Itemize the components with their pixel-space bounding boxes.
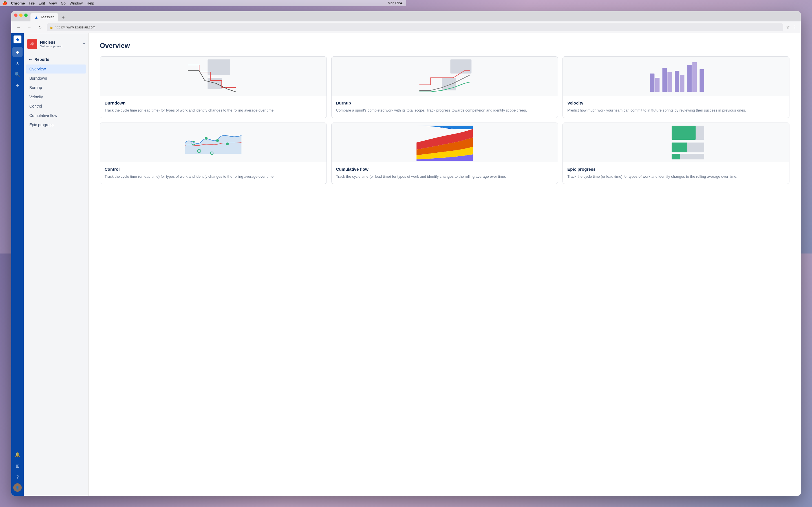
sidebar-item-cumulative-flow[interactable]: Cumulative flow	[26, 111, 86, 120]
menubar-edit[interactable]: Edit	[39, 1, 45, 5]
svg-rect-1	[207, 78, 221, 89]
search-icon[interactable]: 🔍	[12, 69, 22, 79]
browser-window: ▲ Atlassian + ← → ↻ 🔒 https:// www.atlas…	[11, 11, 406, 253]
menubar-window[interactable]: Window	[70, 1, 83, 5]
control-title: Control	[105, 167, 322, 172]
control-desc: Track the cycle time (or lead time) for …	[105, 174, 322, 179]
nav-rail: ◆ ◆ ★ 🔍 + 🔔 ⊞ ? 👤	[11, 33, 24, 253]
burndown-chart	[100, 57, 326, 96]
apple-menu[interactable]: 🍎	[2, 1, 7, 5]
burnup-desc: Compare a sprint's completed work with i…	[336, 108, 406, 113]
tab-bar: ▲ Atlassian +	[11, 11, 406, 21]
burnup-title: Burnup	[336, 101, 406, 105]
sidebar-back-label: Reports	[35, 57, 49, 62]
app-layout: ◆ ◆ ★ 🔍 + 🔔 ⊞ ? 👤 ⚛ Nucleus Software pro…	[11, 33, 406, 253]
sidebar-nav: ← Reports Overview Burndown Burnup Veloc…	[24, 55, 88, 129]
starred-icon[interactable]: ★	[12, 58, 22, 68]
burnup-card-body: Burnup Compare a sprint's completed work…	[332, 96, 406, 118]
close-button[interactable]	[14, 13, 17, 17]
project-chevron-icon[interactable]: ▾	[83, 42, 85, 46]
burnup-chart	[332, 57, 406, 96]
cumulative-flow-card[interactable]: Cumulative flow Track the cycle time (or…	[331, 122, 406, 184]
lock-icon: 🔒	[50, 25, 53, 29]
burndown-card-body: Burndown Track the cycle time (or lead t…	[100, 96, 326, 118]
project-icon: ⚛	[27, 39, 37, 49]
control-card-body: Control Track the cycle time (or lead ti…	[100, 162, 326, 184]
project-header: ⚛ Nucleus Software project ▾	[24, 37, 88, 51]
forward-nav-button[interactable]: →	[26, 23, 33, 31]
menubar-view[interactable]: View	[49, 1, 57, 5]
home-icon[interactable]: ◆	[12, 47, 22, 57]
traffic-lights	[14, 13, 28, 17]
sidebar-item-velocity[interactable]: Velocity	[26, 93, 86, 101]
tab-label: Atlassian	[41, 15, 54, 19]
svg-point-16	[226, 143, 229, 145]
svg-rect-0	[207, 59, 230, 75]
cumulative-flow-title: Cumulative flow	[336, 167, 406, 172]
address-input[interactable]: 🔒 https:// www.atlassian.com	[47, 23, 406, 31]
menubar-go[interactable]: Go	[61, 1, 65, 5]
sidebar-item-burnup[interactable]: Burnup	[26, 83, 86, 92]
sidebar-item-burndown[interactable]: Burndown	[26, 74, 86, 83]
sidebar-back-button[interactable]: ← Reports	[26, 55, 86, 64]
active-tab[interactable]: ▲ Atlassian	[31, 13, 58, 21]
project-name: Nucleus	[40, 40, 80, 45]
atlassian-favicon: ▲	[35, 15, 38, 19]
main-content: Overview	[89, 33, 406, 253]
menubar: 🍎 Chrome File Edit View Go Window Help M…	[0, 0, 406, 6]
fullscreen-button[interactable]	[24, 13, 28, 17]
sidebar: ⚛ Nucleus Software project ▾ ← Reports O…	[24, 33, 89, 253]
burnup-card[interactable]: Burnup Compare a sprint's completed work…	[331, 56, 406, 118]
create-icon[interactable]: +	[12, 80, 22, 91]
new-tab-button[interactable]: +	[60, 14, 67, 21]
url-domain: www.atlassian.com	[66, 25, 95, 29]
atlassian-logo[interactable]: ◆	[13, 36, 21, 43]
sidebar-item-control[interactable]: Control	[26, 102, 86, 111]
reload-button[interactable]: ↻	[36, 23, 44, 31]
cumulative-flow-chart	[332, 123, 406, 162]
address-bar: ← → ↻ 🔒 https:// www.atlassian.com ☆ ⋮	[11, 21, 406, 33]
cards-grid: Burndown Track the cycle time (or lead t…	[100, 56, 406, 184]
menubar-file[interactable]: File	[29, 1, 35, 5]
burndown-card[interactable]: Burndown Track the cycle time (or lead t…	[100, 56, 327, 118]
page-title: Overview	[100, 42, 406, 50]
burndown-title: Burndown	[105, 101, 322, 105]
svg-point-14	[205, 137, 207, 140]
menubar-help[interactable]: Help	[87, 1, 94, 5]
sidebar-item-epic-progress[interactable]: Epic progress	[26, 120, 86, 129]
url-protocol: https://	[55, 25, 65, 29]
sidebar-item-overview[interactable]: Overview	[26, 64, 86, 73]
burndown-desc: Track the cycle time (or lead time) for …	[105, 108, 322, 113]
back-arrow-icon: ←	[28, 57, 33, 62]
menubar-time: Mon 09:41	[388, 1, 404, 5]
svg-point-15	[216, 139, 219, 142]
control-chart	[100, 123, 326, 162]
project-type: Software project	[40, 45, 80, 48]
menubar-chrome[interactable]: Chrome	[11, 1, 25, 5]
control-card[interactable]: Control Track the cycle time (or lead ti…	[100, 122, 327, 184]
minimize-button[interactable]	[19, 13, 22, 17]
cumulative-flow-desc: Track the cycle time (or lead time) for …	[336, 174, 406, 179]
back-nav-button[interactable]: ←	[15, 23, 22, 31]
cumulative-flow-card-body: Cumulative flow Track the cycle time (or…	[332, 162, 406, 184]
